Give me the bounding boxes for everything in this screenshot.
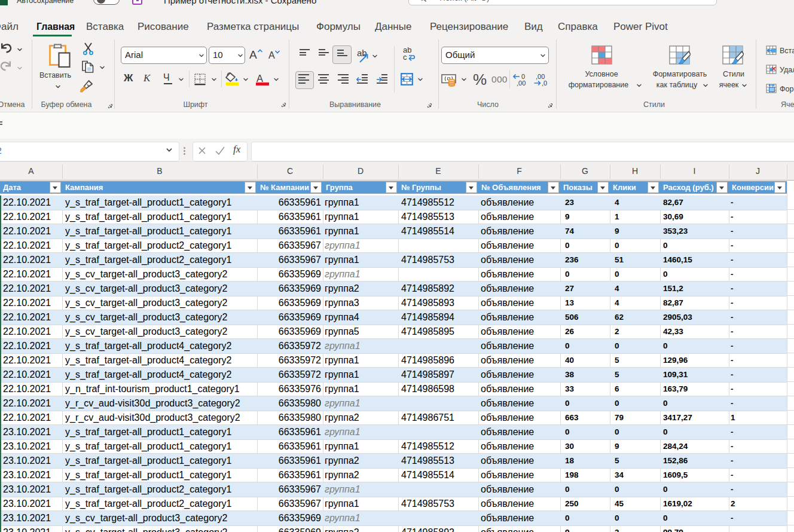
svg-text:,00: ,00 (517, 80, 526, 87)
svg-text:,0: ,0 (542, 80, 547, 87)
